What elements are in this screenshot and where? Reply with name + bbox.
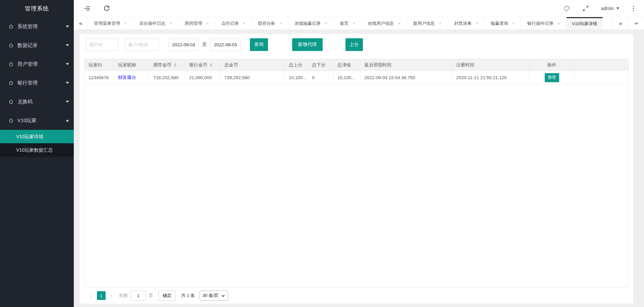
home-icon [8, 80, 14, 86]
cell-total-up: 10,100... [285, 71, 308, 84]
sidebar-item-redeem-code[interactable]: 兑换码 [0, 92, 74, 111]
tab-point-control-records[interactable]: 点控记录× [215, 17, 252, 30]
main-area: admin « 管理菜单管理× 后台操作日志× 房间管理× 点控记录× 留存分析… [74, 0, 644, 307]
search-button[interactable]: 查询 [250, 38, 268, 51]
date-range-to-label: 至 [202, 42, 207, 48]
close-icon[interactable]: × [325, 21, 327, 26]
tab-menu-management[interactable]: 管理菜单管理× [88, 17, 133, 30]
close-icon[interactable]: × [169, 21, 172, 26]
chevron-down-icon [221, 294, 225, 298]
chevron-down-icon [66, 25, 69, 28]
table-header: 玩家ID 玩家昵称 携带金币 银行金币 总金币 总上分 总下分 总净值 最后登陆… [85, 59, 628, 71]
sidebar-item-user-management[interactable]: 用户管理 [0, 55, 74, 73]
sidebar-item-label: 兑换码 [17, 99, 33, 105]
page-size-select[interactable]: 30 条/页 [200, 291, 228, 301]
app-title: 管理系统 [0, 0, 74, 17]
chevron-down-icon [66, 82, 69, 84]
nickname-link[interactable]: 财富爆分 [118, 74, 136, 81]
next-page-icon[interactable]: › [109, 292, 114, 299]
col-carry-coins[interactable]: 携带金币 [149, 59, 185, 71]
table-empty-space [85, 84, 628, 287]
user-id-input[interactable] [86, 38, 118, 51]
sort-icon[interactable] [210, 63, 212, 67]
refresh-icon[interactable] [103, 5, 110, 12]
tab-home[interactable]: 首页× [334, 17, 362, 30]
tab-bar: « 管理菜单管理× 后台操作日志× 房间管理× 点控记录× 留存分析× 游戏输赢… [74, 17, 644, 30]
close-icon[interactable]: × [398, 21, 400, 26]
cell-actions: 管理 [529, 71, 575, 84]
sidebar-item-bank-management[interactable]: 银行管理 [0, 73, 74, 92]
cell-carry-coins: 718,202,580 [149, 71, 185, 84]
tab-new-users[interactable]: 新用户信息× [407, 17, 448, 30]
confirm-page-button[interactable]: 确定 [158, 291, 176, 301]
sidebar-subitem-v10-player-summary[interactable]: V10玩家数据汇总 [0, 143, 74, 157]
date-to-input[interactable] [210, 38, 241, 51]
col-bank-coins[interactable]: 银行金币 [185, 59, 220, 71]
tab-online-users[interactable]: 在线用户信息× [362, 17, 407, 30]
add-score-button[interactable]: 上分 [345, 38, 363, 51]
col-register-time: 注册时间 [452, 59, 529, 71]
sort-icon[interactable] [174, 63, 176, 67]
col-total-coins: 总金币 [220, 59, 285, 71]
col-total-net: 总净值 [333, 59, 360, 71]
close-icon[interactable]: × [353, 21, 355, 26]
fullscreen-icon[interactable] [582, 5, 589, 12]
table-row: 12345678 财富爆分 718,202,580 21,090,000 739… [85, 71, 628, 84]
cell-total-coins: 739,292,580 [220, 71, 285, 84]
prev-page-icon[interactable]: ‹ [89, 292, 94, 299]
tab-v10-player-detail[interactable]: V10玩家详情 [567, 17, 603, 30]
goto-page-label: 到第 [119, 293, 128, 299]
tabs-scroll-left-button[interactable]: « [74, 17, 88, 30]
goto-page-input[interactable] [131, 291, 146, 301]
total-count-label: 共 1 条 [181, 293, 195, 299]
col-player-id: 玩家ID [85, 59, 114, 71]
current-page-button[interactable]: 1 [97, 291, 106, 300]
tab-backend-logs[interactable]: 后台操作日志× [133, 17, 178, 30]
username: admin [601, 6, 614, 11]
top-header: admin [74, 0, 644, 17]
tabs-list-button[interactable] [628, 17, 644, 30]
sidebar-item-system[interactable]: 系统管理 [0, 17, 74, 36]
more-options-icon[interactable] [632, 5, 635, 12]
user-menu[interactable]: admin [601, 6, 620, 11]
close-icon[interactable]: × [279, 21, 282, 26]
chevron-down-icon [66, 101, 69, 103]
content-area: 至 查询 新增代理 上分 玩家ID 玩家昵称 携带金币 银行金币 总金币 总上分… [74, 30, 644, 307]
page-unit-label: 页 [149, 293, 153, 299]
filter-bar: 至 查询 新增代理 上分 [79, 34, 633, 51]
manage-button[interactable]: 管理 [545, 73, 559, 82]
date-from-input[interactable] [168, 38, 199, 51]
tab-bank-operation-records[interactable]: 银行操作记录× [521, 17, 567, 30]
col-actions: 操作 [529, 59, 575, 71]
tab-retention-analysis[interactable]: 留存分析× [252, 17, 288, 30]
cell-bank-coins: 21,090,000 [185, 71, 220, 84]
col-last-login: 最后登陆时间 [360, 59, 452, 71]
cell-register-time: 2020-11-21 21:55:21.120 [452, 71, 529, 84]
tab-winloss-query[interactable]: 输赢查询× [485, 17, 521, 30]
home-icon [8, 43, 14, 48]
close-icon[interactable]: × [206, 21, 209, 26]
home-icon [8, 61, 14, 67]
theme-palette-icon[interactable] [564, 5, 570, 12]
close-icon[interactable]: × [557, 21, 560, 26]
tabs-strip: 管理菜单管理× 后台操作日志× 房间管理× 点控记录× 留存分析× 游戏输赢记录… [88, 17, 612, 30]
tabs-scroll-right-button[interactable]: » [612, 17, 628, 30]
close-icon[interactable]: × [243, 21, 246, 26]
close-icon[interactable]: × [512, 21, 515, 26]
sidebar-item-data-records[interactable]: 数据记录 [0, 36, 74, 55]
tab-ban-list[interactable]: 封禁清单× [448, 17, 485, 30]
sidebar-item-label: 银行管理 [17, 80, 38, 86]
sidebar-item-v10-player[interactable]: V10玩家 [0, 111, 74, 130]
chevron-down-icon [66, 44, 69, 46]
close-icon[interactable]: × [439, 21, 442, 26]
tab-game-winloss-records[interactable]: 游戏输赢记录× [288, 17, 334, 30]
col-total-up: 总上分 [285, 59, 308, 71]
account-phone-input[interactable] [125, 38, 159, 51]
cell-empty [575, 71, 628, 84]
collapse-sidebar-icon[interactable] [84, 5, 91, 12]
tab-room-management[interactable]: 房间管理× [178, 17, 215, 30]
close-icon[interactable]: × [124, 21, 127, 26]
close-icon[interactable]: × [476, 21, 478, 26]
sidebar-subitem-v10-player-detail[interactable]: V10玩家详情 [0, 130, 74, 143]
add-agent-button[interactable]: 新增代理 [292, 38, 323, 51]
